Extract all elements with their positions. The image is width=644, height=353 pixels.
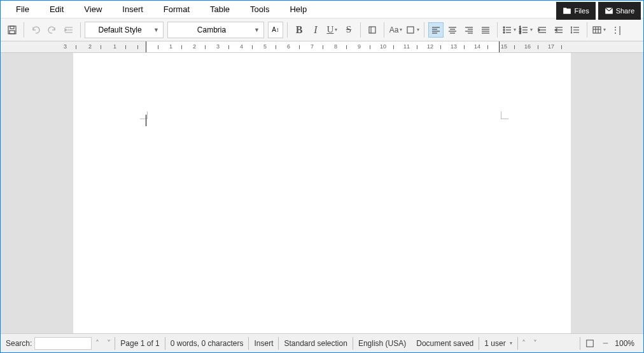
language-status[interactable]: English (USA) bbox=[358, 339, 406, 348]
fit-page-icon[interactable] bbox=[585, 339, 594, 348]
page-status[interactable]: Page 1 of 1 bbox=[120, 339, 159, 348]
ruler-num: 3 bbox=[64, 43, 67, 50]
fontsize-icon: A↕ bbox=[272, 26, 279, 33]
highlight-button[interactable]: ▾ bbox=[405, 22, 420, 38]
more-button[interactable]: ⋮| bbox=[608, 22, 623, 38]
increase-indent-button[interactable] bbox=[535, 22, 550, 38]
insert-mode-status[interactable]: Insert bbox=[254, 339, 273, 348]
font-value: Cambria bbox=[172, 25, 251, 34]
margin-corner-tr bbox=[501, 112, 508, 119]
search-next-button[interactable]: ˅ bbox=[103, 338, 115, 349]
redo-icon bbox=[47, 25, 57, 35]
svg-text:3: 3 bbox=[519, 31, 521, 34]
menu-format[interactable]: Format bbox=[153, 2, 200, 17]
ruler-num: 15 bbox=[501, 43, 507, 50]
prev-change-button[interactable]: ˄ bbox=[518, 338, 529, 349]
line-spacing-icon bbox=[570, 25, 580, 35]
format-paintbrush-button[interactable] bbox=[61, 22, 76, 38]
files-button[interactable]: Files bbox=[556, 2, 595, 20]
align-right-button[interactable] bbox=[461, 22, 477, 38]
ruler-num: 12 bbox=[427, 43, 433, 50]
menu-insert[interactable]: Insert bbox=[112, 2, 153, 17]
chevron-down-icon: ▾ bbox=[510, 340, 512, 346]
ruler-num: 1 bbox=[169, 43, 172, 50]
kebab-icon: ⋮| bbox=[611, 25, 620, 35]
paragraph-style-dropdown[interactable]: Default Style ▼ bbox=[85, 22, 164, 38]
character-formatting-button[interactable]: Aa▾ bbox=[388, 22, 403, 38]
style-value: Default Style bbox=[89, 25, 151, 34]
ruler-num: 8 bbox=[334, 43, 337, 50]
numbering-icon: 123 bbox=[519, 25, 529, 35]
justify-button[interactable] bbox=[478, 22, 493, 38]
menu-edit[interactable]: Edit bbox=[39, 2, 74, 17]
font-size-button[interactable]: A↕ bbox=[268, 22, 283, 38]
menu-view[interactable]: View bbox=[74, 2, 112, 17]
table-icon bbox=[592, 25, 602, 35]
bold-button[interactable]: B bbox=[291, 22, 307, 38]
strikethrough-button[interactable]: S bbox=[341, 22, 356, 38]
zoom-out-button[interactable]: − bbox=[599, 338, 611, 349]
chevron-down-icon: ▾ bbox=[603, 27, 606, 32]
menu-file[interactable]: File bbox=[6, 2, 39, 17]
ruler-num: 10 bbox=[380, 43, 386, 50]
chevron-up-icon: ˄ bbox=[522, 339, 526, 348]
top-buttons: Files Share bbox=[556, 2, 641, 20]
undo-button[interactable] bbox=[28, 22, 43, 38]
horizontal-ruler[interactable]: 3 2 1 1 2 3 4 5 6 7 8 9 10 11 12 13 14 bbox=[1, 41, 643, 53]
word-count-status[interactable]: 0 words, 0 characters bbox=[171, 339, 244, 348]
svg-rect-2 bbox=[10, 31, 15, 34]
ruler-num: 7 bbox=[311, 43, 314, 50]
share-button[interactable]: Share bbox=[598, 2, 641, 20]
ruler-num: 16 bbox=[524, 43, 531, 50]
toolbar: Default Style ▼ Cambria ▼ A↕ B I U▾ S Aa… bbox=[1, 18, 643, 41]
line-spacing-button[interactable] bbox=[568, 22, 583, 38]
font-name-dropdown[interactable]: Cambria ▼ bbox=[167, 22, 264, 38]
zoom-level[interactable]: 100% bbox=[611, 339, 638, 348]
search-prev-button[interactable]: ˄ bbox=[92, 338, 103, 349]
underline-button[interactable]: U▾ bbox=[325, 22, 340, 38]
decrease-indent-button[interactable] bbox=[551, 22, 566, 38]
document-area[interactable] bbox=[1, 53, 643, 333]
chevron-down-icon: ▾ bbox=[530, 27, 533, 32]
menu-tools[interactable]: Tools bbox=[240, 2, 279, 17]
redo-button[interactable] bbox=[45, 22, 60, 38]
ruler-num: 14 bbox=[474, 43, 480, 50]
highlight-icon bbox=[405, 25, 416, 35]
svg-rect-46 bbox=[593, 27, 601, 33]
selection-mode-status[interactable]: Standard selection bbox=[284, 339, 347, 348]
align-center-button[interactable] bbox=[445, 22, 460, 38]
page[interactable] bbox=[73, 53, 571, 333]
align-left-icon bbox=[431, 25, 441, 35]
save-status: Document saved bbox=[416, 339, 473, 348]
ruler-num: 17 bbox=[548, 43, 554, 50]
bullets-button[interactable]: ▾ bbox=[501, 22, 517, 38]
ruler-num: 2 bbox=[88, 43, 92, 50]
char-icon: Aa bbox=[389, 25, 399, 34]
menu-table[interactable]: Table bbox=[200, 2, 240, 17]
users-status[interactable]: 1 user bbox=[484, 339, 505, 348]
insert-table-button[interactable]: ▾ bbox=[591, 22, 606, 38]
clear-formatting-button[interactable] bbox=[365, 22, 380, 38]
numbering-button[interactable]: 123▾ bbox=[518, 22, 533, 38]
align-left-button[interactable] bbox=[428, 22, 444, 38]
ruler-num: 6 bbox=[287, 43, 290, 50]
bullets-icon bbox=[502, 25, 512, 35]
menu-help[interactable]: Help bbox=[279, 2, 317, 17]
ruler-num: 1 bbox=[113, 43, 116, 50]
svg-rect-6 bbox=[369, 27, 375, 33]
italic-button[interactable]: I bbox=[308, 22, 323, 38]
ruler-num: 11 bbox=[403, 43, 410, 50]
next-change-button[interactable]: ˅ bbox=[529, 338, 541, 349]
undo-icon bbox=[31, 25, 41, 35]
search-input[interactable] bbox=[34, 337, 92, 350]
italic-icon: I bbox=[314, 24, 317, 36]
menu-bar: File Edit View Insert Format Table Tools… bbox=[1, 1, 643, 18]
ruler-num: 5 bbox=[263, 43, 267, 50]
save-button[interactable] bbox=[4, 22, 20, 38]
ruler-num: 2 bbox=[193, 43, 196, 50]
chevron-down-icon: ▼ bbox=[153, 27, 159, 33]
justify-icon bbox=[480, 25, 491, 35]
svg-rect-1 bbox=[10, 26, 14, 29]
minus-icon: − bbox=[603, 338, 608, 349]
text-cursor bbox=[146, 115, 146, 126]
